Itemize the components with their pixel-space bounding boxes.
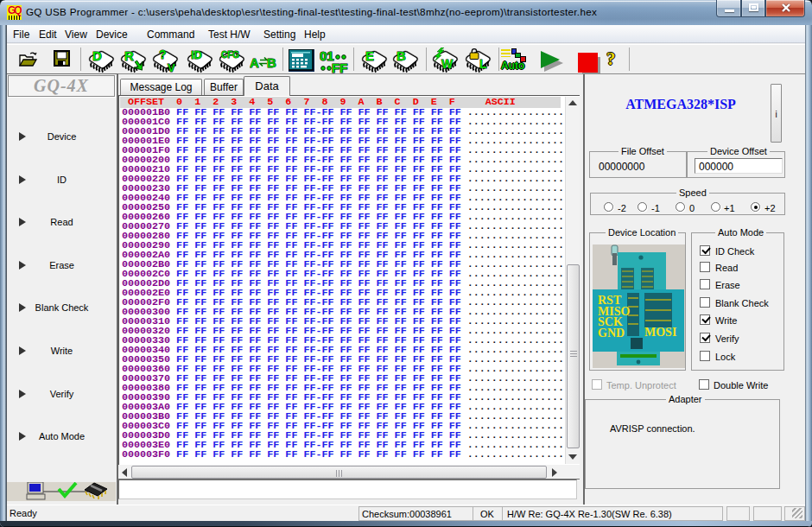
svg-text:V: V [168, 61, 175, 73]
svg-text:FF: FF [332, 60, 347, 73]
svg-text:?: ? [159, 48, 167, 61]
svg-text:GND: GND [598, 327, 625, 340]
svg-text:R: R [124, 48, 134, 63]
svg-text:L: L [479, 57, 487, 71]
svg-text:E: E [365, 48, 374, 63]
svg-text:D: D [92, 48, 102, 63]
svg-text:ID: ID [191, 48, 202, 61]
svg-text:MOSI: MOSI [644, 326, 676, 339]
svg-text:W: W [441, 57, 454, 71]
svg-text:B: B [267, 55, 276, 70]
svg-text:CFG: CFG [221, 50, 239, 60]
svg-text:A: A [250, 55, 259, 70]
svg-text:B: B [396, 48, 406, 63]
